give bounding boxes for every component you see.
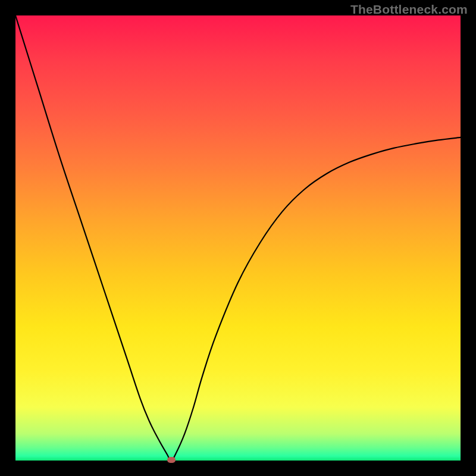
- curve-svg: [15, 15, 461, 461]
- watermark-text: TheBottleneck.com: [350, 2, 468, 17]
- bottleneck-curve: [15, 15, 461, 461]
- min-marker: [167, 457, 176, 463]
- chart-container: TheBottleneck.com: [0, 0, 476, 476]
- plot-area: [15, 15, 461, 461]
